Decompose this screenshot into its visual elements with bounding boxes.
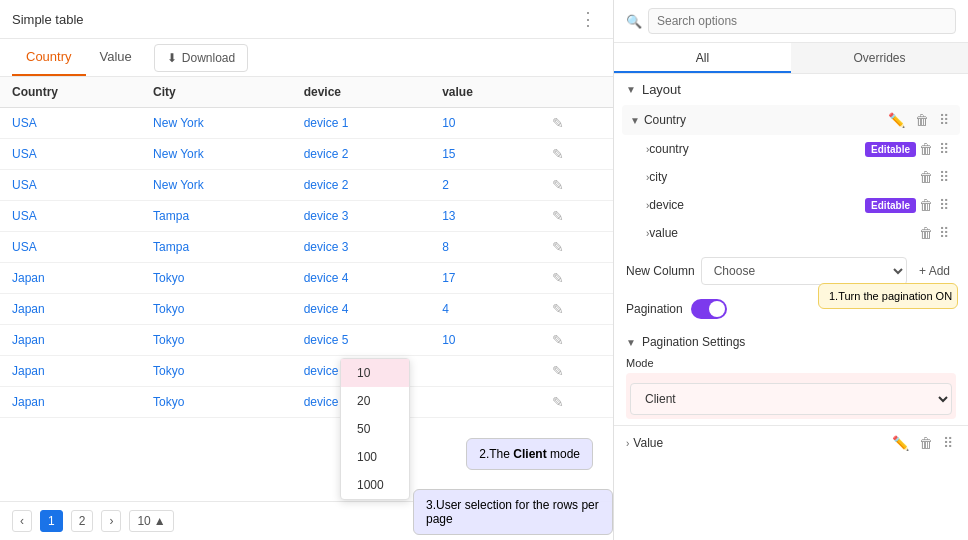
rows-option-1000[interactable]: 1000 [341, 471, 409, 499]
cell-city: Tokyo [141, 294, 292, 325]
drag-sub-value-button[interactable]: ⠿ [936, 224, 952, 242]
mode-wrapper: Client Server [626, 373, 956, 419]
cell-device: device 2 [292, 170, 430, 201]
col-value: value [430, 77, 540, 108]
search-input[interactable] [648, 8, 956, 34]
tab-all[interactable]: All [614, 43, 791, 73]
table-row: USA Tampa device 3 13 ✎ [0, 201, 613, 232]
callout-2-text: 2.The Client mode [479, 447, 580, 461]
edit-row-icon[interactable]: ✎ [552, 301, 564, 317]
cell-value: 17 [430, 263, 540, 294]
edit-row-icon[interactable]: ✎ [552, 270, 564, 286]
pagination-settings-chevron: ▼ [626, 337, 636, 348]
chevron-down-icon: ▼ [626, 84, 636, 95]
cell-country: Japan [0, 263, 141, 294]
cell-edit: ✎ [540, 170, 613, 201]
page-1-button[interactable]: 1 [40, 510, 63, 532]
cell-device: device 5 [292, 325, 430, 356]
tab-value[interactable]: Value [86, 39, 146, 76]
cell-value: 10 [430, 325, 540, 356]
edit-row-icon[interactable]: ✎ [552, 332, 564, 348]
mode-select[interactable]: Client Server [630, 383, 952, 415]
mode-label: Mode [626, 357, 956, 369]
right-panel: 🔍 All Overrides ▼ Layout ▼ Country ✏️ 🗑 … [614, 0, 968, 540]
delete-sub-city-button[interactable]: 🗑 [916, 168, 936, 186]
delete-sub-country-button[interactable]: 🗑 [916, 140, 936, 158]
editable-badge-device: Editable [865, 198, 916, 213]
edit-row-icon[interactable]: ✎ [552, 146, 564, 162]
more-options-button[interactable]: ⋮ [575, 8, 601, 30]
rows-option-20[interactable]: 20 [341, 387, 409, 415]
tab-overrides[interactable]: Overrides [791, 43, 968, 73]
cell-country: Japan [0, 325, 141, 356]
rows-option-10[interactable]: 10 [341, 359, 409, 387]
pagination-toggle-label: Pagination [626, 302, 683, 316]
cell-country: Japan [0, 294, 141, 325]
edit-row-icon[interactable]: ✎ [552, 394, 564, 410]
delete-value-button[interactable]: 🗑 [916, 434, 936, 452]
country-group-header[interactable]: ▼ Country ✏️ 🗑 ⠿ [622, 105, 960, 135]
rows-per-page-button[interactable]: 10 ▲ [129, 510, 173, 532]
drag-country-button[interactable]: ⠿ [936, 111, 952, 129]
edit-country-button[interactable]: ✏️ [885, 111, 908, 129]
edit-row-icon[interactable]: ✎ [552, 363, 564, 379]
country-chevron-icon: ▼ [630, 115, 640, 126]
edit-row-icon[interactable]: ✎ [552, 208, 564, 224]
page-2-button[interactable]: 2 [71, 510, 94, 532]
drag-value-button[interactable]: ⠿ [940, 434, 956, 452]
edit-row-icon[interactable]: ✎ [552, 239, 564, 255]
pagination-toggle[interactable] [691, 299, 727, 319]
col-country: Country [0, 77, 141, 108]
sub-item-city: › city 🗑 ⠿ [638, 163, 960, 191]
cell-city: Tampa [141, 201, 292, 232]
delete-country-button[interactable]: 🗑 [912, 111, 932, 129]
layout-section-header[interactable]: ▼ Layout [614, 74, 968, 105]
cell-device: device 1 [292, 108, 430, 139]
cell-value: 4 [430, 294, 540, 325]
pagination-settings-header[interactable]: ▼ Pagination Settings [626, 331, 956, 353]
edit-value-button[interactable]: ✏️ [889, 434, 912, 452]
col-city: City [141, 77, 292, 108]
cell-edit: ✎ [540, 232, 613, 263]
cell-country: USA [0, 108, 141, 139]
cell-city: Tampa [141, 232, 292, 263]
search-bar: 🔍 [614, 0, 968, 43]
drag-sub-city-button[interactable]: ⠿ [936, 168, 952, 186]
edit-row-icon[interactable]: ✎ [552, 177, 564, 193]
callout-1-text: 1.Turn the pagination ON [829, 290, 952, 302]
col-device: device [292, 77, 430, 108]
cell-device: device 3 [292, 201, 430, 232]
pagination-toggle-row: Pagination 1.Turn the pagination ON [614, 293, 968, 325]
table-row: Japan Tokyo device 5 ✎ [0, 356, 613, 387]
new-column-select[interactable]: Choose [701, 257, 907, 285]
panel-header: Simple table ⋮ [0, 0, 613, 39]
rows-count-label: 10 [137, 514, 150, 528]
add-column-button[interactable]: + Add [913, 260, 956, 282]
rows-option-50[interactable]: 50 [341, 415, 409, 443]
edit-row-icon[interactable]: ✎ [552, 115, 564, 131]
sub-item-device: › device Editable 🗑 ⠿ [638, 191, 960, 219]
cell-edit: ✎ [540, 201, 613, 232]
tab-country[interactable]: Country [12, 39, 86, 76]
cell-device: device 4 [292, 294, 430, 325]
cell-country: USA [0, 232, 141, 263]
country-group: ▼ Country ✏️ 🗑 ⠿ › country Editable 🗑 ⠿ … [622, 105, 960, 247]
delete-sub-device-button[interactable]: 🗑 [916, 196, 936, 214]
prev-page-button[interactable]: ‹ [12, 510, 32, 532]
right-tab-bar: All Overrides [614, 43, 968, 74]
cell-value: 15 [430, 139, 540, 170]
value-section[interactable]: › Value ✏️ 🗑 ⠿ [614, 425, 968, 460]
toggle-knob [709, 301, 725, 317]
next-page-button[interactable]: › [101, 510, 121, 532]
cell-edit: ✎ [540, 356, 613, 387]
delete-sub-value-button[interactable]: 🗑 [916, 224, 936, 242]
download-button[interactable]: ⬇ Download [154, 44, 248, 72]
callout-pagination-on: 1.Turn the pagination ON [818, 283, 958, 309]
cell-edit: ✎ [540, 387, 613, 418]
drag-sub-country-button[interactable]: ⠿ [936, 140, 952, 158]
rows-option-100[interactable]: 100 [341, 443, 409, 471]
table-row: USA Tampa device 3 8 ✎ [0, 232, 613, 263]
drag-sub-device-button[interactable]: ⠿ [936, 196, 952, 214]
new-column-label: New Column [626, 264, 695, 278]
pagination-settings-section: ▼ Pagination Settings Mode Client Server [614, 325, 968, 425]
